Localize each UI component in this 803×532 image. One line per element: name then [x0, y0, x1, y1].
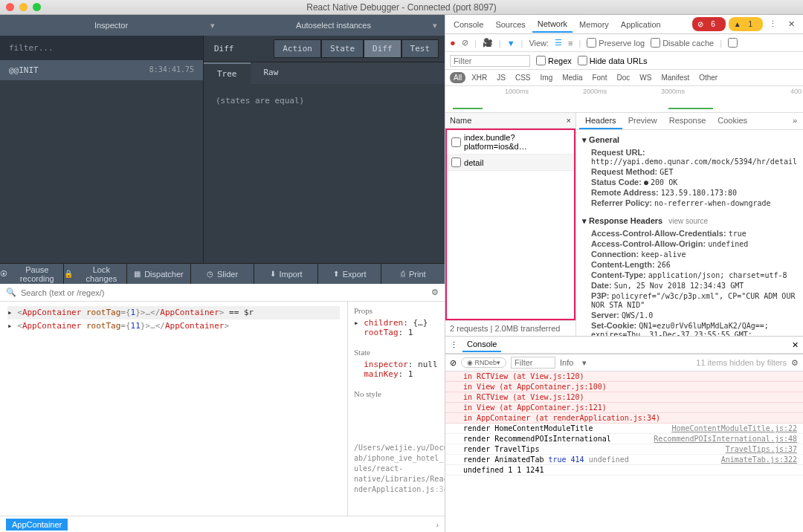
seg-state[interactable]: State: [321, 39, 364, 58]
seg-diff[interactable]: Diff: [364, 39, 402, 58]
level-selector[interactable]: Info: [560, 358, 573, 367]
seg-action[interactable]: Action: [274, 39, 321, 58]
action-filter-input[interactable]: filter...: [0, 36, 203, 60]
close-icon[interactable]: ×: [567, 116, 571, 125]
network-timeline[interactable]: 1000ms 2000ms 3000ms 400: [445, 86, 803, 113]
dtab-preview[interactable]: Preview: [622, 113, 663, 129]
request-list: Name× index.bundle?platform=ios&d… detai…: [445, 113, 576, 336]
source-path: /Users/weijie.yu/Documents/gitlab/iphone…: [354, 443, 445, 495]
console-log: undefined 1 1 1241: [445, 465, 803, 476]
dtab-response[interactable]: Response: [663, 113, 712, 129]
waterfall-view-icon[interactable]: ≡: [568, 39, 573, 48]
console-drawer-bar: ⋮ Console ✕: [445, 336, 803, 354]
slider-button[interactable]: ◷Slider: [191, 264, 255, 284]
filter-icon[interactable]: ▼: [507, 39, 515, 48]
type-doc[interactable]: Doc: [613, 72, 633, 83]
console-output[interactable]: in RCTView (at View.js:120) in View (at …: [445, 372, 803, 489]
component-tree[interactable]: ▸ <AppContainer rootTag={1}>…</AppContai…: [0, 302, 348, 516]
close-icon[interactable]: ✕: [783, 16, 800, 32]
offline-checkbox[interactable]: [728, 38, 738, 48]
tree-node[interactable]: ▸ <AppContainer rootTag={11}>…</AppConta…: [7, 319, 340, 333]
search-icon: 🔍: [6, 288, 16, 297]
type-manifest[interactable]: Manifest: [657, 72, 693, 83]
chevron-right-icon[interactable]: ›: [436, 520, 439, 529]
subtab-raw[interactable]: Raw: [251, 62, 292, 84]
network-filter-input[interactable]: [450, 55, 530, 67]
record-icon[interactable]: ●: [450, 37, 456, 48]
list-view-icon[interactable]: ☰: [555, 38, 562, 48]
type-xhr[interactable]: XHR: [468, 72, 491, 83]
more-icon[interactable]: »: [790, 113, 800, 129]
dtab-headers[interactable]: Headers: [579, 113, 622, 129]
pause-button[interactable]: ⦿Pause recording: [0, 264, 64, 284]
lock-icon: 🔒: [64, 270, 73, 278]
export-button[interactable]: ⬆Export: [318, 264, 382, 284]
seg-test[interactable]: Test: [402, 39, 439, 58]
action-list: filter... @@INIT 8:34:41.75: [0, 36, 204, 263]
more-icon[interactable]: ⋮: [766, 19, 780, 29]
tab-console[interactable]: Console: [448, 17, 488, 32]
type-js[interactable]: JS: [493, 72, 509, 83]
print-button[interactable]: ⎙Print: [381, 264, 445, 284]
clear-icon[interactable]: ⊘: [450, 358, 457, 368]
action-item[interactable]: @@INIT 8:34:41.75: [0, 60, 203, 80]
breadcrumb-current[interactable]: AppContainer: [6, 519, 68, 531]
type-font[interactable]: Font: [588, 72, 610, 83]
window-title: React Native Debugger - Connected (port …: [0, 2, 803, 13]
hidden-count: 11 items hidden by filters: [591, 358, 787, 367]
console-error: in AppContainer (at renderApplication.js…: [445, 413, 803, 424]
slider-icon: ◷: [207, 270, 213, 278]
pause-icon: ⦿: [0, 270, 7, 278]
disable-cache-checkbox[interactable]: Disable cache: [651, 38, 714, 48]
request-row[interactable]: index.bundle?platform=ios&d…: [447, 130, 574, 155]
tab-autoselect[interactable]: Autoselect instances▾: [222, 15, 445, 36]
tab-sources[interactable]: Sources: [490, 17, 530, 32]
clear-icon[interactable]: ⊘: [462, 38, 468, 48]
console-error: in RCTView (at View.js:120): [445, 392, 803, 403]
chevron-down-icon: ▾: [433, 21, 437, 30]
console-filter-input[interactable]: [511, 357, 555, 369]
type-ws[interactable]: WS: [636, 72, 655, 83]
context-selector[interactable]: ◉ RNDeb▾: [461, 357, 506, 368]
dispatcher-button[interactable]: ▦Dispatcher: [127, 264, 191, 284]
redux-tabs: Inspector▾ Autoselect instances▾: [0, 15, 445, 36]
type-media[interactable]: Media: [558, 72, 586, 83]
dtab-cookies[interactable]: Cookies: [712, 113, 753, 129]
request-row[interactable]: detail: [447, 155, 574, 171]
more-icon[interactable]: ⋮: [450, 340, 458, 350]
component-search-input[interactable]: [21, 288, 427, 297]
type-other[interactable]: Other: [695, 72, 721, 83]
props-panel: Props ▸ children: {…} rootTag: 1 State i…: [348, 302, 445, 516]
hide-data-urls-checkbox[interactable]: Hide data URLs: [578, 56, 648, 65]
breadcrumb: AppContainer ›: [0, 516, 445, 532]
network-toolbar: ● ⊘ | 🎥 | ▼ | View: ☰ ≡ | Preserve log D…: [445, 34, 803, 52]
print-icon: ⎙: [401, 270, 405, 278]
regex-checkbox[interactable]: Regex: [536, 56, 572, 65]
type-all[interactable]: All: [450, 72, 465, 83]
tab-memory[interactable]: Memory: [574, 17, 614, 32]
tree-node[interactable]: ▸ <AppContainer rootTag={1}>…</AppContai…: [7, 306, 340, 319]
warning-badge[interactable]: ▲ 1: [729, 17, 763, 31]
settings-icon[interactable]: ⚙: [791, 358, 799, 368]
name-column[interactable]: Name: [450, 116, 471, 125]
view-label: View:: [529, 39, 549, 48]
type-img[interactable]: Img: [537, 72, 557, 83]
camera-icon[interactable]: 🎥: [483, 38, 493, 48]
diff-content: (states are equal): [204, 84, 445, 117]
console-error: in View (at AppContainer.js:100): [445, 382, 803, 392]
tab-application[interactable]: Application: [616, 17, 666, 32]
close-icon[interactable]: ✕: [792, 340, 799, 350]
chevron-down-icon: ▾: [210, 21, 215, 30]
import-button[interactable]: ⬇Import: [254, 264, 318, 284]
subtab-tree[interactable]: Tree: [204, 62, 251, 84]
type-css[interactable]: CSS: [512, 72, 535, 83]
lock-button[interactable]: 🔒Lock changes: [64, 264, 128, 284]
dispatcher-icon: ▦: [134, 270, 141, 278]
preserve-log-checkbox[interactable]: Preserve log: [587, 38, 645, 48]
error-badge[interactable]: ⊘ 6: [692, 17, 725, 31]
tab-inspector[interactable]: Inspector▾: [0, 15, 222, 36]
drawer-tab-console[interactable]: Console: [462, 337, 501, 352]
tab-network[interactable]: Network: [532, 16, 573, 33]
settings-icon[interactable]: ⚙: [431, 288, 439, 297]
console-error: in RCTView (at View.js:120): [445, 372, 803, 382]
